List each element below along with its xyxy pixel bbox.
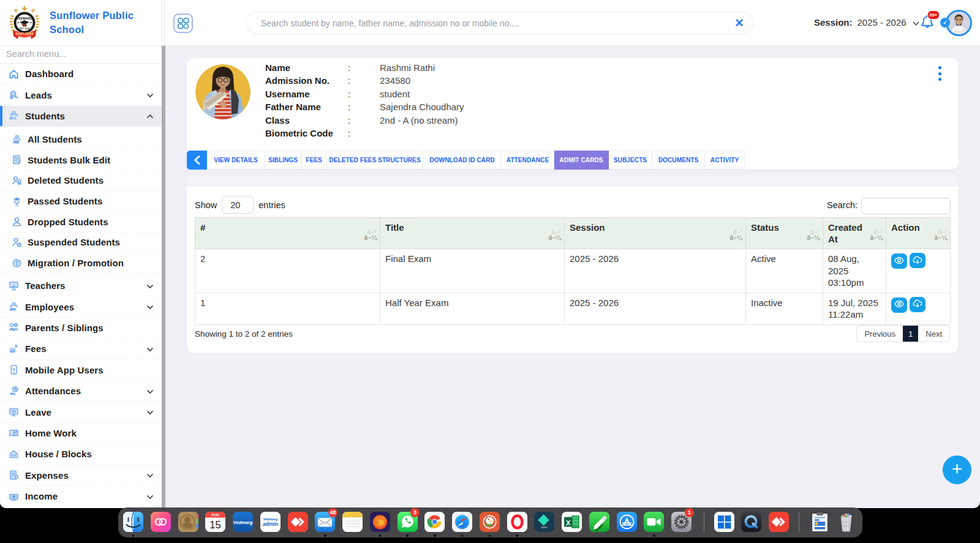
svg-text:VEDMARG: VEDMARG: [17, 17, 33, 20]
svg-text:admin: admin: [263, 521, 278, 527]
svg-text:SUNFLOWER: SUNFLOWER: [15, 32, 34, 36]
svg-text:X: X: [566, 519, 571, 526]
svg-text:AUG: AUG: [211, 513, 220, 517]
svg-text:15: 15: [210, 519, 221, 530]
svg-text:EST. 2020: EST. 2020: [20, 28, 30, 30]
svg-text:Vedmarg: Vedmarg: [233, 520, 253, 525]
